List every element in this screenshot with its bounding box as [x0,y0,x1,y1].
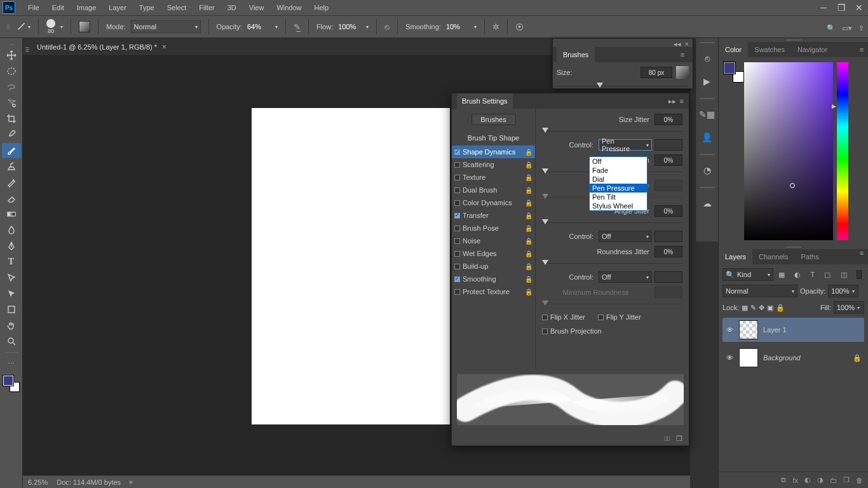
control-dropdown-3[interactable]: Off▾ [599,271,652,283]
panel-menu-icon[interactable]: ≡ [680,97,684,105]
brush-option-transfer[interactable]: Transfer🔒 [452,209,535,222]
filter-pixel-icon[interactable]: ▦ [778,271,785,279]
checkbox-icon[interactable] [454,213,460,219]
angle-jitter-slider[interactable] [542,219,682,224]
layer-filter-kind[interactable]: 🔍Kind▾ [722,268,773,281]
document-tab[interactable]: Untitled-1 @ 6.25% (Layer 1, RGB/8) * × [31,39,173,55]
menu-layer[interactable]: Layer [102,0,133,15]
blend-mode-select[interactable]: Normal▾ [131,20,201,33]
dropdown-option-pen-tilt[interactable]: Pen Tilt [590,193,647,201]
preview-toggle-icon[interactable]: 👁⃠ [665,435,670,442]
control-dropdown-2[interactable]: Off▾ [599,231,652,242]
arrange-documents-icon[interactable]: ▭▾ [842,24,852,32]
tab-bar-handle[interactable] [24,44,31,55]
lock-icon[interactable]: 🔒 [525,225,532,232]
tab-paths[interactable]: Paths [795,249,825,264]
checkbox-icon[interactable] [454,276,460,282]
brush-size-field[interactable]: 80 px [641,67,672,78]
hand-tool[interactable] [2,318,21,333]
checkbox-icon[interactable] [454,264,460,269]
menu-type[interactable]: Type [133,0,161,15]
chevron-down-icon[interactable]: ▾ [60,24,63,30]
size-jitter-value[interactable]: 0% [654,114,682,125]
layer-thumbnail[interactable] [739,348,758,367]
checkbox-icon[interactable] [454,175,460,180]
lock-icon[interactable]: 🔒 [525,187,532,194]
tab-brush-settings[interactable]: Brush Settings [457,93,513,109]
flow-value[interactable]: 100% [338,23,361,30]
strip-handle[interactable] [700,186,715,189]
marquee-tool[interactable] [2,64,21,79]
tab-brushes[interactable]: Brushes [557,47,595,62]
properties-panel-icon[interactable]: ◔ [698,161,716,179]
filter-toggle-icon[interactable] [857,270,862,279]
history-panel-icon[interactable]: ⎋ [698,50,716,67]
lock-icon[interactable]: 🔒 [525,212,532,219]
airbrush-icon[interactable]: ⎋ [384,22,390,32]
character-panel-icon[interactable]: 👤 [698,128,716,146]
menu-help[interactable]: Help [308,0,336,15]
brush-projection-checkbox[interactable]: Brush Projection [542,327,602,335]
new-preset-icon[interactable]: ❐ [676,435,682,443]
brush-option-texture[interactable]: Texture🔒 [452,171,535,184]
brush-preset-picker[interactable]: 80 [46,19,55,34]
angle-jitter-value[interactable]: 0% [654,205,682,217]
close-tab-icon[interactable]: × [162,43,166,51]
blend-mode-select[interactable]: Normal▾ [722,285,797,297]
eyedropper-tool[interactable] [2,127,21,142]
menu-image[interactable]: Image [71,0,103,15]
window-restore-button[interactable]: ❐ [832,0,850,15]
brush-option-color-dynamics[interactable]: Color Dynamics🔒 [452,196,535,209]
dropdown-option-off[interactable]: Off [590,157,647,166]
brush-option-scattering[interactable]: Scattering🔒 [452,158,535,171]
dropdown-option-stylus-wheel[interactable]: Stylus Wheel [590,201,647,210]
quick-select-tool[interactable] [2,95,21,111]
brush-option-smoothing[interactable]: Smoothing🔒 [452,273,535,285]
tab-layers[interactable]: Layers [719,249,752,264]
collapse-icon[interactable]: ◂◂ [674,40,681,46]
menu-view[interactable]: View [243,0,271,15]
control-aux-field[interactable] [654,231,682,242]
layer-item[interactable]: 👁 Layer 1 [722,318,864,342]
crop-tool[interactable] [2,111,21,126]
shape-tool[interactable] [2,302,21,317]
layer-group-icon[interactable]: 🗀 [830,477,837,484]
roundness-jitter-slider[interactable] [542,260,682,265]
search-icon[interactable]: 🔍 [827,24,836,32]
menu-file[interactable]: File [22,0,46,15]
checkbox-icon[interactable] [454,251,460,257]
collapse-icon[interactable]: ▸▸ [668,97,676,105]
clone-stamp-tool[interactable] [2,159,21,174]
window-minimize-button[interactable]: ─ [815,0,832,15]
delete-layer-icon[interactable]: 🗑 [856,477,863,484]
toolbox-handle[interactable] [1,42,23,47]
strip-handle[interactable] [700,41,715,44]
options-bar-handle[interactable] [5,21,11,32]
panel-menu-icon[interactable]: ≡ [855,46,868,53]
layer-fx-icon[interactable]: fx [792,477,798,484]
adjustment-layer-icon[interactable]: ◑ [817,476,824,484]
tab-color[interactable]: Color [719,42,748,57]
control-aux-field[interactable] [654,139,682,151]
checkbox-icon[interactable] [454,226,460,231]
smoothing-value[interactable]: 10% [446,23,469,30]
zoom-tool[interactable] [2,334,21,349]
flip-y-checkbox[interactable]: Flip Y Jitter [598,313,641,321]
flip-x-checkbox[interactable]: Flip X Jitter [542,313,585,321]
filter-type-icon[interactable]: T [811,271,815,278]
opacity-value[interactable]: 64% [247,23,270,30]
panel-menu-icon[interactable]: ≡ [855,249,868,264]
brushes-button[interactable]: Brushes [471,114,516,125]
lock-transparent-icon[interactable]: ▦ [742,304,748,312]
layer-opacity-value[interactable]: 100%▾ [828,285,858,297]
layer-mask-icon[interactable]: ◐ [804,476,811,484]
link-layers-icon[interactable]: ⧉ [781,476,786,484]
dropdown-option-pen-pressure[interactable]: Pen Pressure [590,184,647,193]
eraser-tool[interactable] [2,191,21,206]
zoom-level[interactable]: 6.25% [28,478,48,486]
brush-option-shape-dynamics[interactable]: Shape Dynamics🔒 [452,146,535,158]
lasso-tool[interactable] [2,79,21,95]
window-close-button[interactable]: ✕ [850,0,868,15]
layer-name[interactable]: Layer 1 [763,326,787,334]
brush-settings-panel-icon[interactable]: ✎▦ [698,105,716,123]
